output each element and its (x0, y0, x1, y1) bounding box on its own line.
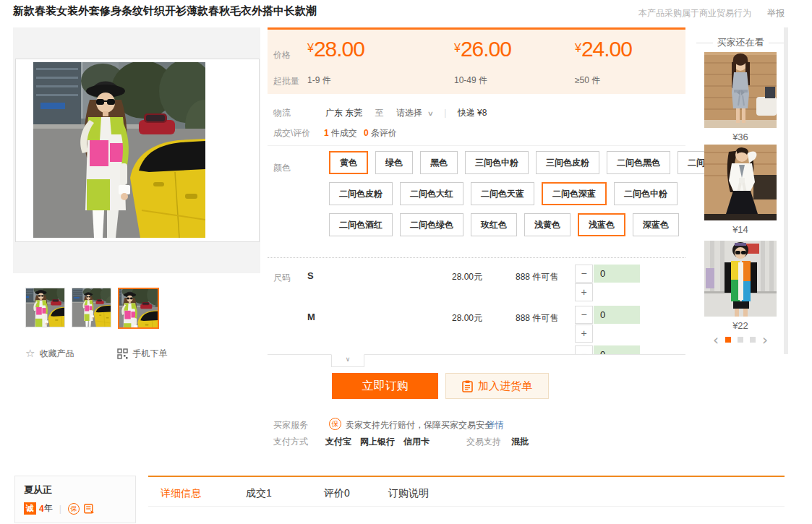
payment-label: 支付方式 (273, 436, 308, 448)
color-options-row-1: 黄色 绿色 黑色 三间色中粉 三间色皮粉 二间色黑色 二间色玫红 (329, 151, 685, 174)
minus-button[interactable]: − (575, 306, 593, 324)
color-chip-selected[interactable]: 黄色 (329, 151, 368, 174)
currency-symbol: ¥ (307, 42, 314, 54)
color-chip[interactable]: 玫红色 (471, 213, 517, 236)
origin: 广东 东莞 (325, 108, 362, 118)
size-name: S (307, 270, 314, 281)
divider-line (268, 145, 685, 146)
moq-tier-1: 1-9 件 (307, 74, 331, 87)
payment-credit-card[interactable]: 信用卡 (403, 436, 429, 448)
color-chip[interactable]: 二间色皮粉 (329, 182, 393, 205)
size-stock: 888 件可售 (516, 312, 558, 325)
product-page: 新款春装女装外套修身条纹针织开衫薄款春秋毛衣外搭中长款潮 本产品采购属于商业贸易… (0, 0, 812, 524)
quantity-input[interactable]: 0 (594, 265, 640, 283)
mobile-order[interactable]: 手机下单 (117, 348, 167, 360)
payment-netbank[interactable]: 网上银行 (360, 436, 395, 448)
price-tier-1: ¥28.00 (307, 37, 364, 61)
review-text: 条评价 (371, 128, 397, 138)
tab-order-notes[interactable]: 订购说明 (388, 487, 429, 500)
tab-deals[interactable]: 成交1 (246, 487, 272, 500)
guarantee-badge-icon: 保 (329, 418, 341, 430)
title-dash-left (696, 43, 713, 43)
moq-label: 起批量 (273, 75, 299, 87)
add-to-purchase-list-button[interactable]: 加入进货单 (445, 373, 549, 399)
size-price: 28.00元 (452, 271, 482, 283)
expand-sizes-button[interactable]: ∨ (331, 354, 364, 367)
price-1: 28.00 (314, 37, 364, 61)
thumbnail-2[interactable] (72, 288, 111, 327)
related-product-2-price: ¥14 (704, 224, 777, 235)
trade-support-value: 混批 (511, 436, 529, 448)
color-chip[interactable]: 二间色黑色 (607, 151, 670, 174)
related-product-2-image (704, 145, 777, 220)
main-product-image[interactable] (13, 27, 260, 273)
related-product-3-price: ¥22 (704, 320, 777, 331)
thumbnail-3-selected[interactable] (118, 288, 159, 329)
related-product-3-image (704, 241, 777, 317)
plus-button[interactable]: + (575, 325, 593, 343)
trade-note: 本产品采购属于商业贸易行为举报 (638, 7, 785, 20)
report-link[interactable]: 举报 (767, 8, 785, 18)
detail-tabbar: 详细信息 成交1 评价0 订购说明 (148, 476, 785, 507)
price-3: 24.00 (581, 37, 632, 61)
color-chip[interactable]: 二间色中粉 (614, 182, 678, 205)
related-product-3[interactable]: ¥22 (704, 241, 777, 331)
color-chip-selected[interactable]: 二间色深蓝 (542, 182, 607, 205)
color-chip[interactable]: 黑色 (420, 151, 458, 174)
divider: | (444, 108, 446, 118)
product-gallery: ☆ 收藏产品 手机下单 (13, 27, 260, 524)
plus-button[interactable]: + (575, 283, 593, 301)
deals-label: 成交\评价 (273, 127, 310, 139)
destination-select[interactable]: 请选择 (396, 108, 422, 118)
size-section-border (268, 354, 685, 355)
size-stock: 888 件可售 (516, 271, 558, 283)
related-product-1-price: ¥36 (704, 132, 777, 142)
page-dot-1-active[interactable] (725, 337, 731, 343)
favorite-button[interactable]: 收藏产品 (39, 348, 74, 360)
guarantee-badge-icon: 保 (68, 503, 80, 515)
detail-link[interactable]: 详情 (487, 419, 504, 431)
color-chip[interactable]: 二间色天蓝 (471, 182, 534, 205)
price-2: 26.00 (461, 37, 511, 61)
color-chip[interactable]: 绿色 (375, 151, 413, 174)
review-count[interactable]: 0条评价 (364, 127, 397, 139)
minus-button[interactable]: − (575, 265, 593, 283)
payment-alipay[interactable]: 支付宝 (325, 436, 351, 448)
size-row-partial: − 0 (268, 344, 685, 354)
deal-count[interactable]: 1件成交 (324, 127, 357, 139)
next-page-icon[interactable]: › (762, 335, 768, 345)
product-info: 价格 起批量 ¥28.00 ¥26.00 ¥24.00 1-9 件 10-49 … (268, 27, 685, 476)
price-label: 价格 (273, 49, 291, 61)
tab-detail-info[interactable]: 详细信息 (161, 487, 201, 500)
minus-button[interactable]: − (575, 345, 593, 354)
thumbnail-1[interactable] (25, 288, 65, 327)
color-chip[interactable]: 浅黄色 (524, 213, 570, 236)
scrollbar[interactable] (784, 27, 788, 354)
quantity-input[interactable]: 0 (594, 306, 640, 324)
color-label: 颜色 (273, 162, 291, 174)
sidebar-title: 买家还在看 (696, 36, 785, 49)
tab-reviews[interactable]: 评价0 (324, 487, 350, 500)
color-chip[interactable]: 三间色中粉 (465, 151, 529, 174)
page-dot-3[interactable] (750, 337, 756, 343)
seller-name[interactable]: 夏从正 (24, 484, 52, 497)
express-fee: 快递 ¥8 (458, 108, 487, 118)
color-chip[interactable]: 二间色酒红 (329, 213, 393, 236)
seller-card: 夏从正 诚 4 年 | 保 (14, 476, 136, 523)
chevron-down-icon[interactable]: ∨ (427, 110, 434, 117)
sidebar-pagination: ‹ › (696, 335, 785, 345)
related-product-1[interactable]: ¥36 (704, 52, 777, 142)
seller-badges: 诚 4 年 | 保 (24, 502, 95, 515)
color-chip-selected[interactable]: 浅蓝色 (578, 213, 625, 236)
color-chip[interactable]: 二间色大红 (400, 182, 463, 205)
color-chip[interactable]: 二间色绿色 (400, 213, 463, 236)
page-dot-2[interactable] (738, 337, 743, 343)
color-chip[interactable]: 深蓝色 (633, 213, 679, 236)
moq-tier-2: 10-49 件 (454, 74, 487, 87)
color-chip[interactable]: 三间色皮粉 (536, 151, 599, 174)
order-now-button[interactable]: 立即订购 (332, 373, 438, 399)
quantity-input[interactable]: 0 (594, 345, 640, 354)
price-tier-2: ¥26.00 (454, 37, 511, 61)
related-product-2[interactable]: ¥14 (704, 145, 777, 235)
prev-page-icon[interactable]: ‹ (713, 335, 719, 345)
